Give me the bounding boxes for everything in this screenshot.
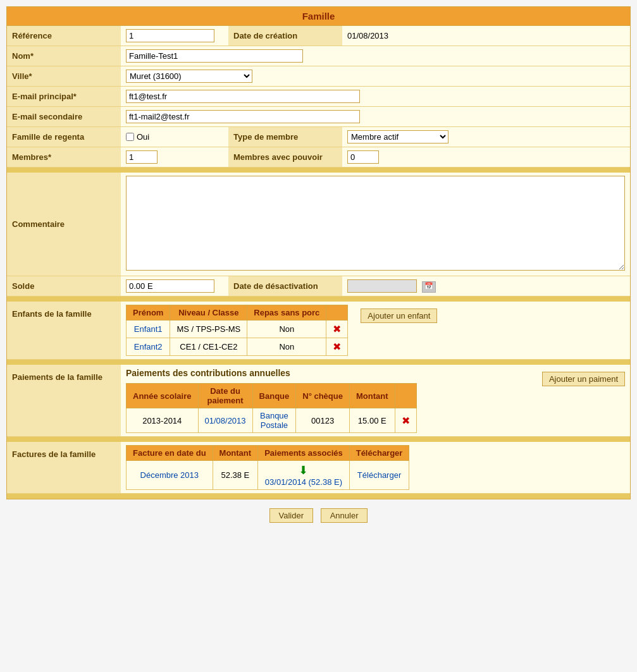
row-membres: Membres* Membres avec pouvoir bbox=[7, 147, 630, 168]
invoice-montant: 52.38 E bbox=[213, 461, 258, 490]
ville-label: Ville* bbox=[7, 66, 121, 87]
enfants-content: Prénom Niveau / Classe Repas sans porc E… bbox=[121, 302, 630, 360]
add-enfant-button[interactable]: Ajouter un enfant bbox=[361, 309, 437, 323]
payment-banque-link[interactable]: BanquePostale bbox=[260, 411, 288, 430]
invoice-telecharger-cell: Télécharger bbox=[349, 461, 409, 490]
invoice-telecharger-link[interactable]: Télécharger bbox=[357, 470, 401, 480]
email-secondaire-label: E-mail secondaire bbox=[7, 107, 121, 127]
payment-cheque: 00123 bbox=[296, 408, 350, 433]
solde-label: Solde bbox=[7, 276, 121, 296]
ville-cell: Muret (31600) bbox=[121, 66, 630, 87]
email-principal-input[interactable] bbox=[126, 90, 360, 103]
children-table: Prénom Niveau / Classe Repas sans porc E… bbox=[126, 305, 348, 356]
payments-subtitle: Paiements des contributions annuelles bbox=[126, 368, 417, 378]
add-payment-container: Ajouter un paiment bbox=[542, 372, 625, 386]
commentaire-textarea[interactable] bbox=[126, 176, 625, 271]
page-title: Famille bbox=[7, 7, 630, 26]
bottom-buttons: Valider Annuler bbox=[6, 499, 631, 532]
payment-montant: 15.00 E bbox=[349, 408, 395, 433]
add-enfant-container: Ajouter un enfant bbox=[361, 309, 437, 323]
oui-text: Oui bbox=[137, 132, 149, 142]
enfant1-delete[interactable]: ✖ bbox=[326, 321, 348, 338]
table-row: 2013-2014 01/08/2013 BanquePostale 00123… bbox=[127, 408, 417, 433]
membres-pouvoir-label: Membres avec pouvoir bbox=[228, 147, 342, 168]
email-secondaire-input[interactable] bbox=[126, 110, 360, 123]
download-icon: ⬇ bbox=[299, 464, 308, 477]
row-email-secondaire: E-mail secondaire bbox=[7, 107, 630, 127]
row-payments: Paiements de la famille Paiements des co… bbox=[7, 365, 630, 437]
delete-icon-2[interactable]: ✖ bbox=[333, 341, 341, 352]
email-principal-cell bbox=[121, 87, 630, 107]
commentaire-label: Commentaire bbox=[7, 173, 121, 276]
ville-select[interactable]: Muret (31600) bbox=[126, 70, 252, 83]
payment-annee: 2013-2014 bbox=[127, 408, 199, 433]
row-nom: Nom* bbox=[7, 46, 630, 66]
payment-date-link[interactable]: 01/08/2013 bbox=[205, 416, 246, 425]
membres-label: Membres* bbox=[7, 147, 121, 168]
date-desactivation-label: Date de désactivation bbox=[228, 276, 342, 296]
separator-3 bbox=[7, 360, 630, 365]
add-payment-button[interactable]: Ajouter un paiment bbox=[542, 372, 625, 386]
delete-icon-1[interactable]: ✖ bbox=[333, 324, 341, 334]
membres-input[interactable] bbox=[126, 150, 158, 164]
separator-1 bbox=[7, 168, 630, 173]
col-facture-montant: Montant bbox=[213, 446, 258, 461]
invoice-paiements: ⬇ 03/01/2014 (52.38 E) bbox=[258, 461, 350, 490]
row-solde: Solde Date de désactivation 📅 bbox=[7, 276, 630, 296]
invoices-label: Factures de la famille bbox=[7, 442, 121, 494]
payments-table-outer: Paiements de la famille Paiements des co… bbox=[7, 365, 630, 437]
invoice-date-link[interactable]: Décembre 2013 bbox=[140, 470, 199, 480]
payments-content: Paiements des contributions annuelles An… bbox=[121, 365, 630, 437]
date-desactivation-input[interactable] bbox=[347, 279, 417, 293]
nom-input[interactable] bbox=[126, 49, 303, 63]
type-membre-cell: Membre actif Membre inactif Adhérent bbox=[342, 127, 630, 147]
form-table: Référence Date de création 01/08/2013 No… bbox=[7, 26, 630, 168]
enfant1-repas: Non bbox=[247, 321, 326, 338]
reference-input[interactable] bbox=[126, 29, 214, 42]
type-membre-select[interactable]: Membre actif Membre inactif Adhérent bbox=[347, 130, 448, 144]
enfant2-niveau: CE1 / CE1-CE2 bbox=[170, 338, 247, 356]
valider-button[interactable]: Valider bbox=[269, 508, 314, 523]
col-facture-telecharger: Télécharger bbox=[349, 446, 409, 461]
table-row: Décembre 2013 52.38 E ⬇ 03/01/2014 (52.3… bbox=[127, 461, 409, 490]
invoices-table: Facture en date du Montant Paiements ass… bbox=[126, 445, 409, 490]
nom-cell bbox=[121, 46, 630, 66]
delete-icon-payment[interactable]: ✖ bbox=[402, 415, 410, 426]
invoices-content: Facture en date du Montant Paiements ass… bbox=[121, 442, 630, 494]
col-prenom: Prénom bbox=[127, 305, 170, 321]
enfant1-niveau: MS / TPS-PS-MS bbox=[170, 321, 247, 338]
payment-banque: BanquePostale bbox=[252, 408, 296, 433]
solde-input[interactable] bbox=[126, 279, 214, 293]
date-creation-text: 01/08/2013 bbox=[347, 31, 388, 40]
row-enfants: Enfants de la famille Prénom Niveau / Cl… bbox=[7, 302, 630, 360]
calendar-icon[interactable]: 📅 bbox=[422, 281, 436, 293]
date-desactivation-cell: 📅 bbox=[342, 276, 630, 296]
enfants-table-outer: Enfants de la famille Prénom Niveau / Cl… bbox=[7, 302, 630, 360]
oui-checkbox[interactable] bbox=[126, 133, 134, 141]
membres-pouvoir-cell bbox=[342, 147, 630, 168]
payments-table: Année scolaire Date dupaiement Banque N°… bbox=[126, 383, 417, 433]
invoice-paiements-link[interactable]: 03/01/2014 (52.38 E) bbox=[265, 477, 342, 487]
separator-2 bbox=[7, 296, 630, 302]
enfant2-delete[interactable]: ✖ bbox=[326, 338, 348, 356]
main-container: Famille Référence Date de création 01/08… bbox=[6, 6, 631, 499]
membres-pouvoir-input[interactable] bbox=[347, 150, 379, 164]
email-secondaire-cell bbox=[121, 107, 630, 127]
enfant2-link[interactable]: Enfant2 bbox=[134, 342, 163, 351]
row-email-principal: E-mail principal* bbox=[7, 87, 630, 107]
reference-label: Référence bbox=[7, 26, 121, 46]
reference-value bbox=[121, 26, 228, 46]
invoice-date: Décembre 2013 bbox=[127, 461, 213, 490]
table-row: Enfant2 CE1 / CE1-CE2 Non ✖ bbox=[127, 338, 348, 356]
col-montant: Montant bbox=[349, 384, 395, 408]
membres-cell bbox=[121, 147, 228, 168]
email-principal-label: E-mail principal* bbox=[7, 87, 121, 107]
enfant1-link[interactable]: Enfant1 bbox=[134, 324, 163, 334]
row-famille-regenta: Famille de regenta Oui Type de membre Me… bbox=[7, 127, 630, 147]
oui-checkbox-label[interactable]: Oui bbox=[126, 132, 223, 142]
payment-delete[interactable]: ✖ bbox=[395, 408, 416, 433]
date-creation-value: 01/08/2013 bbox=[342, 26, 630, 46]
col-date-paiement: Date dupaiement bbox=[198, 384, 252, 408]
row-invoices: Factures de la famille Facture en date d… bbox=[7, 442, 630, 494]
annuler-button[interactable]: Annuler bbox=[321, 508, 368, 523]
